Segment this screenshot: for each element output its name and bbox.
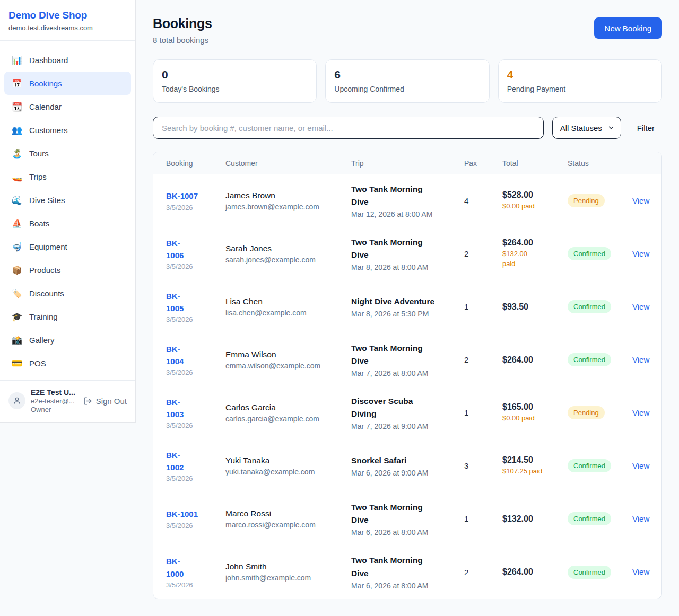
- sidebar-user-footer: E2E Test U... e2e-tester@... Owner Sign …: [0, 380, 135, 422]
- sidebar-item-label: Training: [29, 312, 58, 321]
- paid-amount: $0.00 paid: [502, 201, 562, 212]
- view-link[interactable]: View: [632, 249, 649, 258]
- col-header-status: Status: [568, 159, 632, 168]
- trip-datetime: Mar 8, 2026 at 8:00 AM: [351, 263, 459, 271]
- status-cell: Confirmed: [568, 459, 632, 472]
- filter-button[interactable]: Filter: [630, 124, 662, 133]
- bookings-table: Booking Customer Trip Pax Total Status B…: [153, 152, 662, 599]
- dive-sites-icon: 🌊: [12, 195, 22, 205]
- total-cell: $132.00: [502, 514, 568, 524]
- status-cell: Confirmed: [568, 353, 632, 366]
- view-link[interactable]: View: [632, 196, 649, 205]
- customer-email: john.smith@example.com: [225, 574, 346, 582]
- customer-email: james.brown@example.com: [225, 203, 346, 211]
- stat-value: 0: [162, 68, 308, 81]
- status-select[interactable]: All Statuses: [552, 117, 621, 139]
- trip-name: Two Tank Morning Dive: [351, 501, 459, 526]
- customer-cell: John Smith john.smith@example.com: [225, 562, 351, 582]
- booking-date: 3/5/2026: [166, 421, 220, 429]
- calendar-icon: 📆: [12, 102, 22, 112]
- trip-cell: Night Dive Adventure Mar 8, 2026 at 5:30…: [351, 295, 464, 318]
- booking-id-link[interactable]: BK-1001: [166, 508, 220, 520]
- customer-cell: Emma Wilson emma.wilson@example.com: [225, 350, 351, 370]
- actions-cell: View: [632, 567, 655, 577]
- sign-out-button[interactable]: Sign Out: [83, 397, 127, 406]
- booking-id-link[interactable]: BK-1007: [166, 190, 220, 202]
- sidebar-item-tours[interactable]: 🏝️ Tours: [4, 142, 131, 165]
- customers-icon: 👥: [12, 125, 22, 135]
- booking-cell: BK- 1000 3/5/2026: [166, 555, 225, 589]
- view-link[interactable]: View: [632, 302, 649, 311]
- sidebar-item-trips[interactable]: 🚤 Trips: [4, 165, 131, 188]
- sidebar-item-training[interactable]: 🎓 Training: [4, 305, 131, 328]
- sidebar-item-gallery[interactable]: 📸 Gallery: [4, 328, 131, 351]
- customer-name: Emma Wilson: [225, 350, 346, 359]
- sidebar-item-equipment[interactable]: 🤿 Equipment: [4, 235, 131, 258]
- actions-cell: View: [632, 408, 655, 418]
- actions-cell: View: [632, 355, 655, 365]
- customer-cell: James Brown james.brown@example.com: [225, 191, 351, 211]
- booking-id-link[interactable]: BK- 1000: [166, 555, 220, 580]
- trip-cell: Two Tank Morning Dive Mar 7, 2026 at 8:0…: [351, 342, 464, 377]
- total-amount: $132.00: [502, 514, 562, 524]
- new-booking-button[interactable]: New Booking: [594, 17, 662, 39]
- training-icon: 🎓: [12, 312, 22, 322]
- trip-datetime: Mar 6, 2026 at 8:00 AM: [351, 528, 459, 536]
- booking-id-link[interactable]: BK- 1004: [166, 343, 220, 368]
- customer-cell: Yuki Tanaka yuki.tanaka@example.com: [225, 456, 351, 476]
- actions-cell: View: [632, 514, 655, 524]
- search-input[interactable]: [153, 117, 544, 139]
- sidebar-item-label: Dashboard: [29, 56, 68, 65]
- view-link[interactable]: View: [632, 514, 649, 523]
- sidebar-item-dive-sites[interactable]: 🌊 Dive Sites: [4, 188, 131, 212]
- table-body: BK-1007 3/5/2026 James Brown james.brown…: [153, 174, 661, 599]
- discounts-icon: 🏷️: [12, 288, 22, 298]
- sidebar-item-label: Boats: [29, 219, 49, 228]
- sidebar-item-boats[interactable]: ⛵ Boats: [4, 212, 131, 235]
- customer-name: Lisa Chen: [225, 297, 346, 306]
- sidebar-item-label: POS: [29, 359, 46, 368]
- page-header: Bookings 8 total bookings New Booking: [153, 16, 662, 45]
- sidebar-item-bookings[interactable]: 📅 Bookings: [4, 72, 131, 95]
- status-badge: Pending: [568, 194, 605, 207]
- sidebar-item-products[interactable]: 📦 Products: [4, 258, 131, 281]
- status-badge: Pending: [568, 406, 605, 419]
- customer-cell: Sarah Jones sarah.jones@example.com: [225, 244, 351, 264]
- pax-cell: 1: [464, 408, 502, 417]
- pax-cell: 3: [464, 461, 502, 470]
- stat-label: Upcoming Confirmed: [334, 85, 480, 93]
- sidebar-item-customers[interactable]: 👥 Customers: [4, 118, 131, 142]
- sidebar-item-label: Equipment: [29, 242, 67, 251]
- sidebar-item-label: Trips: [29, 172, 47, 181]
- customer-name: Carlos Garcia: [225, 403, 346, 412]
- booking-id-link[interactable]: BK- 1006: [166, 237, 220, 262]
- booking-id-link[interactable]: BK- 1005: [166, 290, 220, 315]
- customer-name: Marco Rossi: [225, 509, 346, 518]
- paid-amount: $132.00 paid: [502, 249, 562, 269]
- booking-id-link[interactable]: BK- 1002: [166, 449, 220, 474]
- products-icon: 📦: [12, 265, 22, 275]
- trip-name: Snorkel Safari: [351, 454, 459, 467]
- main-content: Bookings 8 total bookings New Booking 0 …: [136, 0, 679, 616]
- customer-name: Sarah Jones: [225, 244, 346, 253]
- actions-cell: View: [632, 249, 655, 259]
- trip-datetime: Mar 6, 2026 at 9:00 AM: [351, 469, 459, 477]
- pax-cell: 4: [464, 196, 502, 205]
- sidebar-item-calendar[interactable]: 📆 Calendar: [4, 95, 131, 118]
- booking-cell: BK- 1002 3/5/2026: [166, 449, 225, 483]
- booking-id-link[interactable]: BK- 1003: [166, 396, 220, 421]
- view-link[interactable]: View: [632, 567, 649, 576]
- view-link[interactable]: View: [632, 355, 649, 364]
- status-badge: Confirmed: [568, 512, 611, 525]
- col-header-pax: Pax: [464, 159, 502, 168]
- table-row: BK- 1000 3/5/2026 John Smith john.smith@…: [153, 545, 661, 599]
- pax-cell: 1: [464, 514, 502, 523]
- sidebar-item-discounts[interactable]: 🏷️ Discounts: [4, 281, 131, 305]
- view-link[interactable]: View: [632, 408, 649, 417]
- sidebar-item-dashboard[interactable]: 📊 Dashboard: [4, 48, 131, 72]
- view-link[interactable]: View: [632, 461, 649, 470]
- booking-date: 3/5/2026: [166, 204, 220, 212]
- pax-cell: 1: [464, 302, 502, 311]
- sidebar-item-pos[interactable]: 💳 POS: [4, 351, 131, 375]
- total-amount: $214.50: [502, 455, 562, 465]
